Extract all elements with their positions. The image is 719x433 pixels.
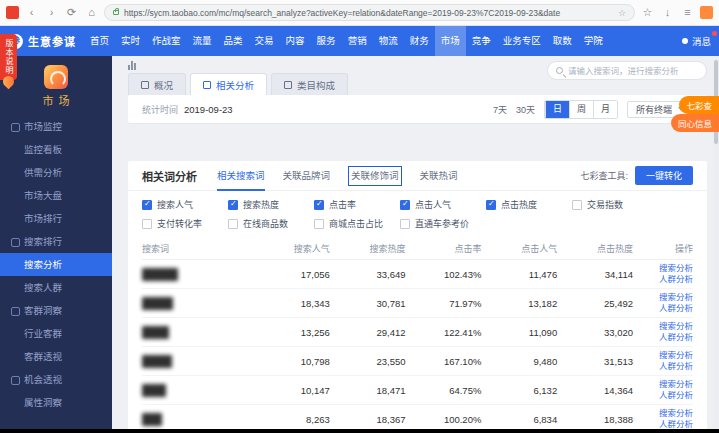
crowd-analysis-link[interactable]: 人群分析 (633, 332, 693, 343)
sidebar-item[interactable]: 搜索人群 (0, 276, 112, 299)
nav-item[interactable]: 营销 (342, 26, 373, 56)
metric-checkbox[interactable]: 在线商品数 (228, 217, 314, 230)
forward-icon[interactable]: › (44, 5, 59, 20)
search-analysis-link[interactable]: 搜索分析 (633, 408, 693, 419)
nav-item[interactable]: 学院 (578, 26, 609, 56)
menu-icon[interactable]: ≡ (680, 5, 695, 20)
col-search-heat[interactable]: 搜索热度 (330, 242, 406, 255)
nav-item[interactable]: 业务专区 (497, 26, 547, 56)
home-icon[interactable]: ⌂ (84, 5, 99, 20)
sidebar-item[interactable]: 机会透视 (0, 368, 112, 391)
search-analysis-link[interactable]: 搜索分析 (633, 321, 693, 332)
metric-checkbox[interactable]: 点击人气 (400, 198, 486, 211)
checkbox-icon[interactable] (228, 200, 238, 210)
granularity-button[interactable]: 周 (569, 101, 593, 118)
extension-icon[interactable] (700, 6, 713, 19)
word-tab[interactable]: 关联热词 (420, 161, 458, 191)
search-box[interactable] (547, 61, 707, 80)
sidebar-item[interactable]: 行业客群 (0, 322, 112, 345)
messages-button[interactable]: 消息 (682, 34, 711, 48)
col-click-heat[interactable]: 点击热度 (557, 242, 633, 255)
nav-item[interactable]: 品类 (218, 26, 249, 56)
metric-checkbox[interactable]: 搜索人气 (142, 198, 228, 211)
address-bar[interactable]: https://sycm.taobao.com/mc/mq/search_ana… (104, 4, 635, 21)
back-icon[interactable]: ‹ (24, 5, 39, 20)
metric-checkbox[interactable]: 支付转化率 (142, 217, 228, 230)
checkbox-icon[interactable] (314, 219, 324, 229)
page-tab[interactable]: 类目构成 (271, 73, 348, 95)
sidebar-item[interactable]: 市场排行 (0, 207, 112, 230)
metric-checkbox[interactable]: 商城点击占比 (314, 217, 400, 230)
sidebar-item[interactable]: 供需分析 (0, 161, 112, 184)
bookmark-star-icon[interactable]: ☆ (618, 8, 626, 18)
refresh-icon[interactable]: ⟳ (64, 5, 79, 20)
search-analysis-link[interactable]: 搜索分析 (633, 379, 693, 390)
metric-checkbox[interactable]: 点击热度 (486, 198, 572, 211)
favorites-icon[interactable]: ☆ (640, 5, 655, 20)
version-note-tag[interactable]: 版本说明 (0, 34, 17, 80)
nav-item[interactable]: 物流 (373, 26, 404, 56)
nav-item[interactable]: 服务 (311, 26, 342, 56)
stat-date[interactable]: 2019-09-23 (184, 104, 233, 115)
col-click-popularity[interactable]: 点击人气 (481, 242, 557, 255)
search-input[interactable] (568, 66, 698, 76)
checkbox-icon[interactable] (400, 200, 410, 210)
word-tab[interactable]: 关联品牌词 (283, 161, 331, 191)
sidebar-item[interactable]: 搜索排行 (0, 230, 112, 253)
col-search-term[interactable]: 搜索词 (142, 242, 254, 255)
crowd-analysis-link[interactable]: 人群分析 (633, 303, 693, 314)
checkbox-icon[interactable] (572, 200, 582, 210)
nav-item[interactable]: 财务 (404, 26, 435, 56)
search-analysis-link[interactable]: 搜索分析 (633, 292, 693, 303)
checkbox-icon[interactable] (400, 219, 410, 229)
checkbox-icon[interactable] (228, 219, 238, 229)
crowd-analysis-link[interactable]: 人群分析 (633, 361, 693, 372)
nav-item[interactable]: 交易 (249, 26, 280, 56)
nav-item[interactable]: 首页 (84, 26, 115, 56)
word-tab[interactable]: 相关搜索词 (217, 161, 265, 191)
sidebar-item[interactable]: 客群洞察 (0, 299, 112, 322)
word-tab[interactable]: 关联修饰词 (348, 166, 402, 186)
one-click-convert-button[interactable]: 一键转化 (635, 166, 693, 185)
brand[interactable]: 参 生意参谋 (8, 33, 76, 49)
sidebar-item[interactable]: 市场大盘 (0, 184, 112, 207)
nav-item[interactable]: 内容 (280, 26, 311, 56)
crowd-analysis-link[interactable]: 人群分析 (633, 274, 693, 285)
sidebar-item[interactable]: 市场监控 (0, 115, 112, 138)
tongxin-info-plugin-tag[interactable]: 同心信息 (671, 114, 719, 132)
nav-item[interactable]: 实时 (115, 26, 146, 56)
checkbox-icon[interactable] (486, 200, 496, 210)
crowd-analysis-link[interactable]: 人群分析 (633, 390, 693, 401)
download-icon[interactable]: ↓ (660, 5, 675, 20)
nav-item[interactable]: 作战室 (146, 26, 187, 56)
checkbox-icon[interactable] (314, 200, 324, 210)
granularity-button[interactable]: 日 (545, 101, 569, 118)
crowd-analysis-link[interactable]: 人群分析 (633, 419, 693, 429)
nav-item[interactable]: 取数 (547, 26, 578, 56)
search-analysis-link[interactable]: 搜索分析 (633, 263, 693, 274)
nav-item[interactable]: 市场 (435, 26, 466, 56)
checkbox-icon[interactable] (142, 200, 152, 210)
sidebar-item[interactable]: 属性洞察 (0, 391, 112, 414)
page-tab[interactable]: 概况 (128, 73, 186, 95)
actions-cell: 搜索分析 人群分析 (633, 350, 693, 372)
nav-item[interactable]: 流量 (187, 26, 218, 56)
search-analysis-link[interactable]: 搜索分析 (633, 350, 693, 361)
nav-item[interactable]: 竞争 (466, 26, 497, 56)
sidebar-item[interactable]: 搜索分析 (0, 253, 112, 276)
metric-checkbox[interactable]: 点击率 (314, 198, 400, 211)
url-text[interactable]: https://sycm.taobao.com/mc/mq/search_ana… (124, 8, 613, 18)
sidebar-item[interactable]: 监控看板 (0, 138, 112, 161)
metric-checkbox[interactable]: 直通车参考价 (400, 217, 486, 230)
col-click-rate[interactable]: 点击率 (406, 242, 482, 255)
granularity-button[interactable]: 月 (593, 101, 617, 118)
checkbox-icon[interactable] (142, 219, 152, 229)
page-tab[interactable]: 相关分析 (190, 73, 267, 95)
qicaicha-plugin-tag[interactable]: 七彩查 (679, 96, 719, 114)
col-search-popularity[interactable]: 搜索人气 (254, 242, 330, 255)
metric-checkbox[interactable]: 搜索热度 (228, 198, 314, 211)
sidebar-item[interactable]: 客群透视 (0, 345, 112, 368)
range-7d[interactable]: 7天 (493, 103, 507, 116)
metric-checkbox[interactable]: 交易指数 (572, 198, 658, 211)
range-30d[interactable]: 30天 (516, 103, 535, 116)
